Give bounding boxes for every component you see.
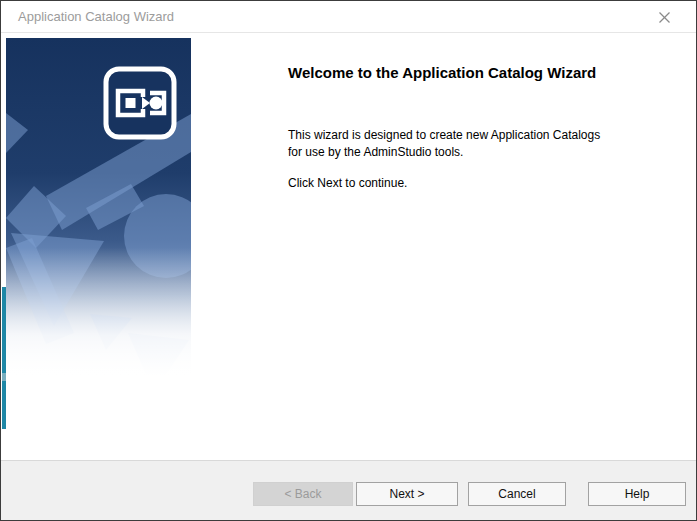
back-button[interactable]: < Back [253, 482, 353, 506]
watermark-graphic [6, 38, 191, 376]
description-line: for use by the AdminStudio tools. [288, 144, 600, 161]
instruction-text: Click Next to continue. [288, 175, 407, 192]
wizard-watermark [6, 38, 191, 376]
description-text: This wizard is designed to create new Ap… [288, 127, 600, 161]
title-bar: Application Catalog Wizard [1, 1, 696, 33]
next-button[interactable]: Next > [356, 482, 458, 506]
cancel-button[interactable]: Cancel [468, 482, 566, 506]
edge-accent-stripe [2, 287, 6, 429]
description-line: This wizard is designed to create new Ap… [288, 127, 600, 144]
window-title: Application Catalog Wizard [18, 1, 174, 32]
help-button[interactable]: Help [588, 482, 686, 506]
page-title: Welcome to the Application Catalog Wizar… [288, 64, 596, 81]
close-button[interactable] [650, 3, 678, 31]
close-icon [658, 11, 671, 24]
wizard-dialog: Application Catalog Wizard [0, 0, 697, 521]
edge-accent-blip [2, 373, 6, 381]
